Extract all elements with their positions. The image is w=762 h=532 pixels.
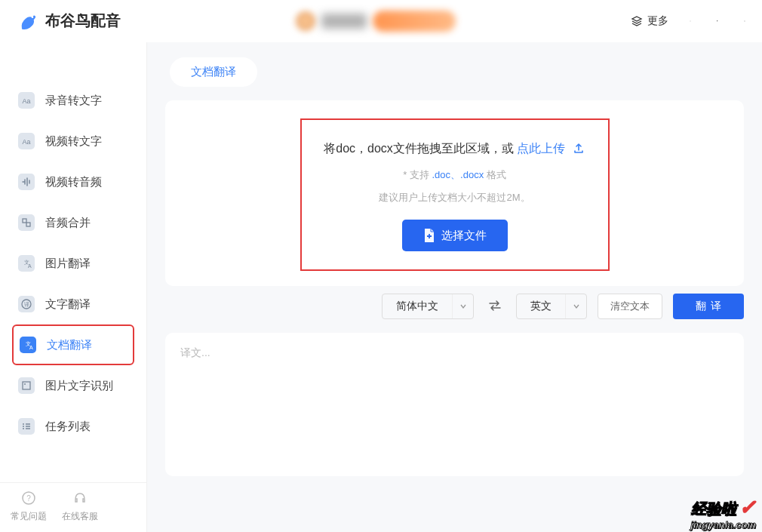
sidebar-item-text-translate[interactable]: 译 文字翻译 bbox=[12, 284, 134, 324]
svg-text:Aa: Aa bbox=[22, 138, 30, 146]
more-dropdown[interactable]: 更多 bbox=[631, 14, 668, 28]
main-content: 文档翻译 将doc，docx文件拖拽至此区域，或 点此上传 * 支持 .doc、… bbox=[147, 42, 762, 532]
sidebar-item-tasks[interactable]: 任务列表 bbox=[12, 406, 134, 447]
svg-text:A: A bbox=[28, 263, 32, 269]
video-audio-icon bbox=[18, 174, 35, 190]
sidebar-item-video-to-audio[interactable]: 视频转音频 bbox=[12, 161, 134, 202]
layers-icon bbox=[631, 15, 643, 27]
headset-icon bbox=[72, 490, 88, 506]
svg-point-22 bbox=[24, 383, 26, 385]
sidebar-item-video-to-text[interactable]: Aa 视频转文字 bbox=[12, 121, 134, 161]
swap-languages-button[interactable] bbox=[484, 297, 505, 317]
translate-button[interactable]: 翻译 bbox=[673, 294, 744, 319]
titlebar: 布谷鸟配音 更多 bbox=[0, 0, 762, 42]
tab-doc-translate[interactable]: 文档翻译 bbox=[170, 57, 257, 87]
output-panel: 译文... bbox=[165, 333, 744, 476]
image-translate-icon: 文A bbox=[18, 255, 35, 272]
upload-link[interactable]: 点此上传 bbox=[517, 142, 565, 155]
upload-size-hint: 建议用户上传文档大小不超过2M。 bbox=[317, 191, 593, 204]
svg-rect-20 bbox=[18, 377, 35, 394]
video-text-icon: Aa bbox=[18, 133, 35, 149]
maximize-button[interactable] bbox=[712, 16, 723, 26]
sidebar-item-audio-to-text[interactable]: Aa 录音转文字 bbox=[12, 80, 134, 121]
upload-formats: * 支持 .doc、.docx 格式 bbox=[317, 168, 593, 182]
chevron-down-icon bbox=[452, 294, 473, 318]
target-lang-select[interactable]: 英文 bbox=[516, 294, 587, 319]
faq-button[interactable]: ? 常见问题 bbox=[6, 490, 51, 523]
svg-text:A: A bbox=[29, 345, 33, 350]
svg-point-0 bbox=[32, 16, 34, 18]
chevron-down-icon bbox=[565, 294, 586, 318]
sidebar-item-image-translate[interactable]: 文A 图片翻译 bbox=[12, 243, 134, 284]
logo: 布谷鸟配音 bbox=[17, 11, 121, 32]
support-button[interactable]: 在线客服 bbox=[57, 490, 103, 523]
file-plus-icon bbox=[423, 228, 435, 243]
swap-icon bbox=[487, 300, 502, 312]
translate-controls: 简体中文 英文 清空文本 翻译 bbox=[147, 286, 762, 324]
sidebar: Aa 录音转文字 Aa 视频转文字 视频转音频 音频合并 文A 图片翻译 译 文 bbox=[0, 42, 147, 532]
svg-text:Aa: Aa bbox=[22, 97, 30, 105]
titlebar-center-blurred bbox=[121, 11, 631, 32]
merge-icon bbox=[18, 214, 35, 231]
svg-text:译: 译 bbox=[24, 302, 29, 307]
bird-logo-icon bbox=[17, 11, 38, 32]
svg-rect-7 bbox=[18, 174, 35, 190]
source-lang-select[interactable]: 简体中文 bbox=[382, 294, 474, 319]
tasks-icon bbox=[18, 418, 35, 435]
select-file-button[interactable]: 选择文件 bbox=[402, 220, 508, 251]
sidebar-item-doc-translate[interactable]: 文A 文档翻译 bbox=[12, 324, 134, 365]
doc-translate-icon: 文A bbox=[20, 337, 36, 353]
close-button[interactable] bbox=[739, 16, 750, 26]
upload-icon bbox=[572, 141, 585, 158]
upload-panel: 将doc，docx文件拖拽至此区域，或 点此上传 * 支持 .doc、.docx… bbox=[165, 100, 744, 286]
svg-text:?: ? bbox=[26, 494, 31, 503]
sidebar-item-audio-merge[interactable]: 音频合并 bbox=[12, 202, 134, 243]
audio-text-icon: Aa bbox=[18, 92, 35, 109]
ocr-icon bbox=[18, 377, 35, 394]
upload-dropzone[interactable]: 将doc，docx文件拖拽至此区域，或 点此上传 * 支持 .doc、.docx… bbox=[300, 118, 610, 271]
app-title: 布谷鸟配音 bbox=[45, 11, 121, 31]
watermark: 经验啦 ✓ jingyanla.com bbox=[690, 496, 756, 530]
checkmark-icon: ✓ bbox=[739, 496, 756, 518]
text-translate-icon: 译 bbox=[18, 296, 35, 312]
sidebar-item-ocr[interactable]: 图片文字识别 bbox=[12, 365, 134, 406]
clear-button[interactable]: 清空文本 bbox=[598, 294, 662, 319]
svg-rect-2 bbox=[717, 20, 717, 21]
upload-instruction: 将doc，docx文件拖拽至此区域，或 点此上传 bbox=[317, 141, 593, 158]
minimize-button[interactable] bbox=[685, 16, 696, 26]
output-placeholder: 译文... bbox=[180, 346, 729, 360]
question-icon: ? bbox=[21, 490, 36, 506]
